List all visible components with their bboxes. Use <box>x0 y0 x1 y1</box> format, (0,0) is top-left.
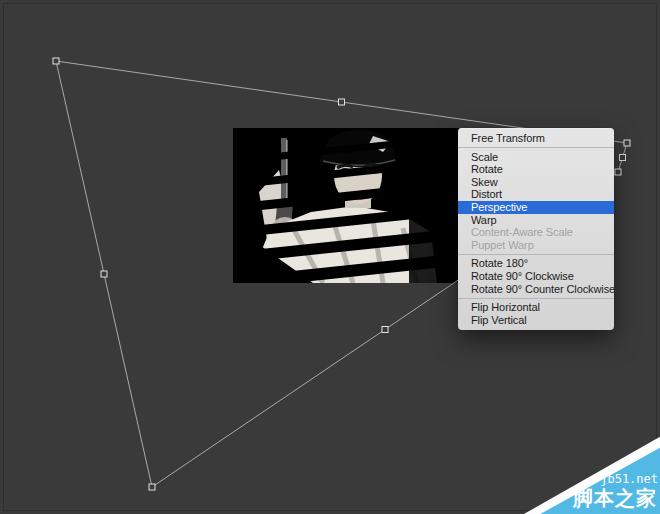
menu-item-warp[interactable]: Warp <box>458 214 614 227</box>
menu-item-rotate[interactable]: Rotate <box>458 163 614 176</box>
photoshop-canvas-area: { "app": { "background_color": "#3a3a3a"… <box>0 0 660 514</box>
menu-item-puppet-warp: Puppet Warp <box>458 239 614 252</box>
menu-item-rotate-180[interactable]: Rotate 180° <box>458 257 614 270</box>
transform-corner-handle[interactable] <box>624 140 630 146</box>
transform-midpoint-handle[interactable] <box>620 155 626 161</box>
menu-item-free-transform[interactable]: Free Transform <box>458 132 614 145</box>
menu-item-perspective[interactable]: Perspective <box>458 201 614 214</box>
transform-midpoint-handle[interactable] <box>382 327 388 333</box>
transform-midpoint-handle[interactable] <box>101 271 107 277</box>
menu-item-flip-vertical[interactable]: Flip Vertical <box>458 314 614 327</box>
transform-corner-handle[interactable] <box>149 484 155 490</box>
menu-separator <box>458 254 614 255</box>
transform-midpoint-handle[interactable] <box>339 99 345 105</box>
menu-item-rotate-90-clockwise[interactable]: Rotate 90° Clockwise <box>458 270 614 283</box>
menu-item-flip-horizontal[interactable]: Flip Horizontal <box>458 301 614 314</box>
transform-corner-handle[interactable] <box>53 58 59 64</box>
menu-item-scale[interactable]: Scale <box>458 151 614 164</box>
watermark-site-name: 脚本之家 <box>573 485 657 512</box>
menu-item-content-aware-scale: Content-Aware Scale <box>458 226 614 239</box>
menu-separator <box>458 298 614 299</box>
transform-corner-handle[interactable] <box>615 169 621 175</box>
canvas-image[interactable] <box>233 128 459 283</box>
menu-item-rotate-90-counter-clockwise[interactable]: Rotate 90° Counter Clockwise <box>458 283 614 296</box>
transform-context-menu: Free TransformScaleRotateSkewDistortPers… <box>458 128 614 330</box>
menu-item-skew[interactable]: Skew <box>458 176 614 189</box>
noir-photo-illustration <box>233 128 459 283</box>
menu-item-distort[interactable]: Distort <box>458 188 614 201</box>
watermark-site-url: jb51.net <box>600 472 658 486</box>
menu-separator <box>458 147 614 148</box>
watermark: jb51.net 脚本之家 <box>524 430 660 514</box>
